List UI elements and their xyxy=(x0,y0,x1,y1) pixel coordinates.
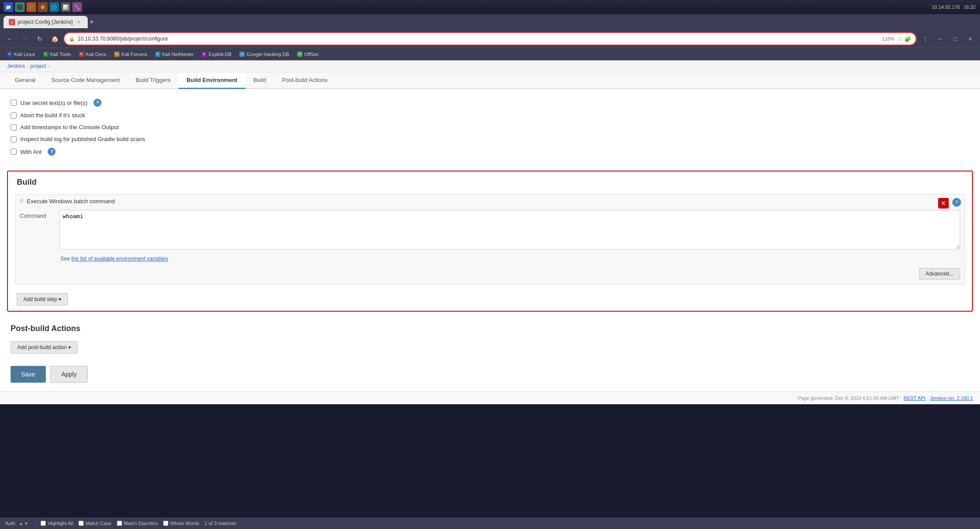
batch-delete-button[interactable]: ✕ xyxy=(938,198,949,209)
extensions-icon[interactable]: 🧩 xyxy=(904,36,911,42)
bookmark-kali-linux[interactable]: K Kali Linux xyxy=(4,50,39,58)
form-buttons: Save Apply xyxy=(0,357,980,391)
breadcrumb-jenkins[interactable]: Jenkins xyxy=(7,63,25,69)
bookmark-label-forums: Kali Forums xyxy=(121,52,147,57)
checkbox-with-ant: With Ant ? xyxy=(11,145,969,158)
checkbox-timestamps: Add timestamps to the Console Output xyxy=(11,121,969,133)
taskbar-icon-browser[interactable]: 🌐 xyxy=(49,2,59,12)
taskbar-icon-settings[interactable]: ⚙ xyxy=(38,2,48,12)
breadcrumb: Jenkins › project › xyxy=(0,60,980,72)
menu-button[interactable]: ⋮ xyxy=(919,33,932,45)
command-label: Command xyxy=(20,210,55,219)
use-secret-help-icon[interactable]: ? xyxy=(93,99,101,107)
footer-version-link[interactable]: Jenkins ver. 2.190.1 xyxy=(930,395,973,401)
use-secret-checkbox[interactable] xyxy=(11,100,17,106)
env-vars-link[interactable]: the list of available environment variab… xyxy=(71,256,168,262)
add-build-step-arrow: ▾ xyxy=(59,296,61,302)
add-build-step-button[interactable]: Add build step ▾ xyxy=(17,293,68,305)
build-section-title: Build xyxy=(8,171,972,190)
batch-help-button[interactable]: ? xyxy=(952,198,961,207)
highlight-all-item: Highlight All xyxy=(41,521,73,526)
breadcrumb-project[interactable]: project xyxy=(30,63,46,69)
url-bar[interactable]: 🔒 10.10.33.70:8080/job/project/configure… xyxy=(63,32,917,45)
whole-words-item: Whole Words xyxy=(163,521,199,526)
env-vars-prefix: See xyxy=(60,256,70,262)
tab-build-environment[interactable]: Build Environment xyxy=(179,72,246,89)
bookmark-favicon-tools: K xyxy=(43,52,48,57)
gradle-scans-label: Inspect build log for published Gradle b… xyxy=(20,136,145,142)
bookmark-googhack[interactable]: G Google Hacking DB xyxy=(236,50,293,58)
minimize-button[interactable]: − xyxy=(934,33,946,45)
command-textarea[interactable]: whoami xyxy=(60,210,960,250)
match-diacritics-checkbox[interactable] xyxy=(117,521,122,526)
with-ant-help-icon[interactable]: ? xyxy=(48,148,56,156)
tab-build[interactable]: Build xyxy=(246,72,274,89)
bookmark-exploitdb[interactable]: E Exploit-DB xyxy=(198,50,235,58)
status-matches: 2 of 3 matches xyxy=(205,521,236,526)
tab-general[interactable]: General xyxy=(7,72,43,89)
browser-tab-bar: J project Config [Jenkins] × + xyxy=(0,14,980,30)
status-arrow-down[interactable]: ▼ xyxy=(24,521,29,526)
bookmark-favicon-nethunter: K xyxy=(155,52,160,57)
tab-title: project Config [Jenkins] xyxy=(18,19,73,25)
taskbar-icon-app2[interactable]: 🔧 xyxy=(72,2,82,12)
batch-title: Execute Windows batch command xyxy=(27,198,115,205)
advanced-button[interactable]: Advanced... xyxy=(919,268,960,279)
tab-scm[interactable]: Source Code Management xyxy=(43,72,127,89)
taskbar-icon-terminal[interactable]: ⬛ xyxy=(15,2,25,12)
abort-stuck-checkbox[interactable] xyxy=(11,112,17,119)
bookmark-kali-forums[interactable]: K Kali Forums xyxy=(111,50,151,58)
add-post-build-action-button[interactable]: Add post-build action ▾ xyxy=(11,341,78,354)
os-taskbar: 📁 ⬛ 🐉 ⚙ 🌐 📊 🔧 10.14.92.176 16:32 xyxy=(0,0,980,14)
match-case-checkbox[interactable] xyxy=(78,521,84,526)
forward-button[interactable]: → xyxy=(19,33,31,45)
browser-active-tab[interactable]: J project Config [Jenkins] × xyxy=(4,16,88,28)
tab-favicon: J xyxy=(9,19,15,25)
timestamps-checkbox[interactable] xyxy=(11,124,17,130)
bookmark-star-icon[interactable]: ☆ xyxy=(897,36,902,42)
tab-build-triggers[interactable]: Build Triggers xyxy=(128,72,179,89)
status-left: Auth ▲ ▼ xyxy=(5,521,28,526)
bookmark-nethunter[interactable]: K Kali NetHunter xyxy=(152,50,197,58)
bookmark-offsec[interactable]: O OffSec xyxy=(294,50,322,58)
bookmarks-bar: K Kali Linux K Kali Tools K Kali Docs K … xyxy=(0,48,980,60)
with-ant-checkbox[interactable] xyxy=(11,149,17,155)
taskbar-icon-dragon[interactable]: 🐉 xyxy=(26,2,36,12)
command-row: Command whoami xyxy=(15,208,965,254)
tab-close-button[interactable]: × xyxy=(75,19,82,26)
browser-chrome: J project Config [Jenkins] × + ← → ↻ 🏠 🔒… xyxy=(0,14,980,60)
abort-stuck-label: Abort the build if it's stuck xyxy=(20,112,85,119)
new-tab-button[interactable]: + xyxy=(89,18,94,27)
apply-button[interactable]: Apply xyxy=(50,366,88,383)
bookmark-kali-tools[interactable]: K Kali Tools xyxy=(40,50,75,58)
page-footer: Page generated: Dec 9, 2024 6:51:56 AM G… xyxy=(0,391,980,404)
gradle-scans-checkbox[interactable] xyxy=(11,136,17,142)
with-ant-label: With Ant xyxy=(20,149,41,155)
match-case-item: Match Case xyxy=(78,521,112,526)
batch-header: ⠿ Execute Windows batch command ✕ ? xyxy=(15,194,965,208)
taskbar-icon-files[interactable]: 📁 xyxy=(4,2,13,12)
reload-button[interactable]: ↻ xyxy=(34,33,46,45)
bookmark-label-exploitdb: Exploit-DB xyxy=(209,52,231,57)
status-arrow-up[interactable]: ▲ xyxy=(19,521,23,526)
back-button[interactable]: ← xyxy=(4,33,16,45)
footer-rest-api-link[interactable]: REST API xyxy=(904,395,925,401)
tab-post-build[interactable]: Post-build Actions xyxy=(274,72,335,89)
post-build-section: Post-build Actions Add post-build action… xyxy=(0,317,980,357)
bookmark-favicon-offsec: O xyxy=(297,52,302,57)
bookmark-kali-docs[interactable]: K Kali Docs xyxy=(75,50,110,58)
breadcrumb-sep-2: › xyxy=(48,63,50,69)
add-post-action-arrow: ▾ xyxy=(68,344,71,350)
add-build-step-label: Add build step xyxy=(23,296,57,302)
save-button[interactable]: Save xyxy=(11,366,46,383)
home-button[interactable]: 🏠 xyxy=(48,33,61,45)
build-environment-section: Use secret text(s) or file(s) ? Abort th… xyxy=(0,89,980,165)
taskbar-icon-app1[interactable]: 📊 xyxy=(61,2,71,12)
advanced-row: Advanced... xyxy=(15,266,965,284)
highlight-all-checkbox[interactable] xyxy=(41,521,46,526)
whole-words-checkbox[interactable] xyxy=(163,521,168,526)
bookmark-favicon-exploitdb: E xyxy=(201,52,207,57)
match-case-label: Match Case xyxy=(86,521,112,526)
maximize-button[interactable]: □ xyxy=(949,33,961,45)
close-button[interactable]: × xyxy=(964,33,976,45)
